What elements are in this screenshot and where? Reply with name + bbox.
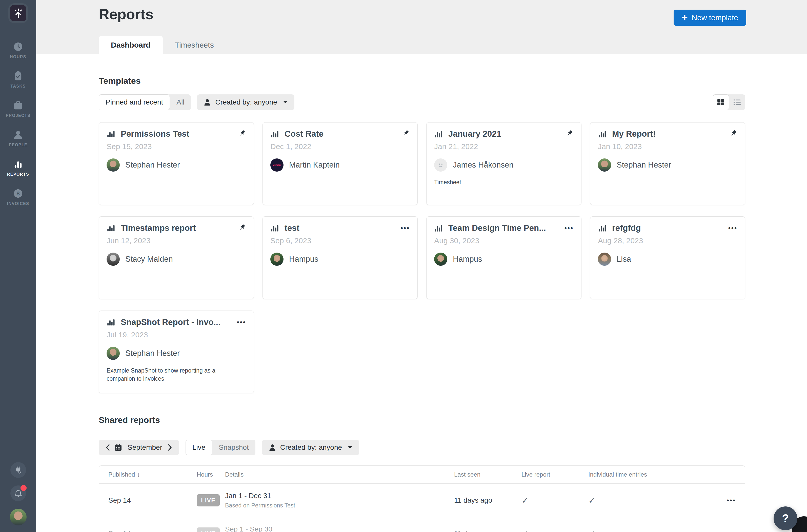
clock-icon	[13, 41, 24, 52]
template-card[interactable]: Timestamps report Jun 12, 2023 Stacy Mal…	[99, 216, 254, 299]
template-card[interactable]: Cost Rate Dec 1, 2022 Memory Martin Kapt…	[263, 122, 418, 205]
details-range: Sep 1 - Sep 30	[225, 525, 445, 532]
created-by-filter[interactable]: Created by: anyone	[262, 440, 359, 455]
card-title: January 2021	[448, 129, 501, 139]
more-options-button[interactable]: •••	[401, 224, 410, 232]
sort-down-icon[interactable]: ↓	[137, 471, 140, 478]
table-row[interactable]: Sep 14 LIVE Jan 1 - Dec 31 Based on Perm…	[99, 484, 745, 517]
user-avatar[interactable]	[10, 509, 26, 526]
next-month-button[interactable]	[168, 444, 172, 451]
col-live-report: Live report	[512, 471, 579, 478]
bar-chart-icon	[107, 318, 116, 327]
author-name: Stephan Hester	[125, 160, 180, 170]
template-card[interactable]: My Report! Jan 10, 2023 Stephan Hester	[590, 122, 745, 205]
person-icon	[13, 129, 24, 140]
live-badge: LIVE	[197, 494, 220, 507]
col-details: Details	[218, 471, 445, 478]
card-date: Aug 30, 2023	[434, 236, 574, 245]
more-options-button[interactable]: •••	[728, 224, 737, 232]
sidebar-item-invoices[interactable]: $ INVOICES	[7, 188, 30, 206]
card-title: SnapShot Report - Invo...	[121, 317, 221, 327]
card-date: Jun 12, 2023	[107, 236, 246, 245]
col-hours: Hours	[189, 471, 218, 478]
list-icon	[734, 99, 741, 105]
bar-chart-icon	[434, 129, 443, 138]
timely-logo[interactable]	[10, 5, 26, 21]
card-title: Timestamps report	[121, 223, 196, 233]
sidebar-divider	[11, 30, 25, 31]
card-title: Cost Rate	[284, 129, 323, 139]
list-view-button[interactable]	[729, 94, 745, 110]
page-title: Reports	[99, 5, 153, 22]
table-row[interactable]: Sep 14 LIVE Sep 1 - Sep 30 11 days ago ✓…	[99, 517, 745, 532]
grid-view-button[interactable]	[713, 94, 729, 110]
integrations-button[interactable]	[11, 462, 26, 478]
pin-icon	[565, 129, 574, 137]
more-options-button[interactable]: •••	[237, 318, 246, 326]
mode-snapshot[interactable]: Snapshot	[212, 440, 255, 455]
template-card[interactable]: refgfdg ••• Aug 28, 2023 Lisa	[590, 216, 745, 299]
template-card[interactable]: SnapShot Report - Invo... ••• Jul 19, 20…	[99, 310, 254, 393]
filter-pinned-and-recent[interactable]: Pinned and recent	[99, 94, 170, 110]
bar-chart-icon	[13, 158, 24, 170]
row-more-button[interactable]: •••	[727, 530, 736, 532]
details-range: Jan 1 - Dec 31	[225, 492, 445, 500]
more-options-button[interactable]: •••	[564, 224, 574, 232]
check-icon: ✓	[522, 529, 529, 532]
avatar	[434, 252, 447, 266]
card-date: Dec 1, 2022	[270, 142, 410, 151]
template-card[interactable]: test ••• Sep 6, 2023 Hampus	[263, 216, 418, 299]
person-icon	[269, 444, 276, 451]
template-card[interactable]: Permissions Test Sep 15, 2023 Stephan He…	[99, 122, 254, 205]
check-icon: ✓	[522, 496, 529, 505]
mode-toggle: Live Snapshot	[186, 440, 256, 455]
notification-dot	[20, 485, 26, 491]
author-name: Martin Kaptein	[289, 160, 340, 170]
dollar-icon: $	[13, 188, 24, 199]
filter-all[interactable]: All	[170, 94, 191, 110]
row-more-button[interactable]: •••	[727, 497, 736, 504]
pin-button[interactable]	[402, 129, 410, 138]
author-name: Hampus	[289, 254, 318, 264]
avatar	[107, 347, 120, 360]
timely-arrow-icon	[13, 7, 24, 19]
tab-dashboard[interactable]: Dashboard	[99, 36, 163, 54]
topbar: Reports Dashboard Timesheets + New templ…	[36, 0, 807, 54]
notifications-button[interactable]	[11, 486, 26, 501]
prev-month-button[interactable]	[106, 444, 110, 451]
author-name: Hampus	[453, 254, 482, 264]
tasks-icon	[13, 70, 24, 82]
sidebar-item-reports[interactable]: REPORTS	[7, 158, 29, 177]
mode-live[interactable]: Live	[186, 440, 212, 455]
created-by-filter[interactable]: Created by: anyone	[197, 94, 294, 110]
sidebar-item-hours[interactable]: HOURS	[10, 41, 26, 59]
new-template-button[interactable]: + New template	[674, 10, 746, 26]
avatar: Memory	[270, 158, 283, 172]
pin-button[interactable]	[729, 129, 737, 138]
sidebar-item-people[interactable]: PEOPLE	[9, 129, 27, 147]
card-date: Sep 6, 2023	[270, 236, 410, 245]
pin-button[interactable]	[565, 129, 574, 138]
author-name: Stacy Malden	[125, 254, 173, 264]
template-card[interactable]: Team Design Time Pen... ••• Aug 30, 2023…	[426, 216, 581, 299]
card-title: My Report!	[612, 129, 656, 139]
templates-filters: Pinned and recent All Created by: anyone	[99, 94, 745, 110]
month-picker: September	[99, 440, 179, 455]
view-toggle	[713, 94, 745, 110]
person-icon	[204, 99, 211, 106]
sidebar-item-tasks[interactable]: TASKS	[11, 70, 25, 89]
tab-timesheets[interactable]: Timesheets	[163, 36, 226, 54]
calendar-icon	[114, 444, 122, 451]
svg-text:$: $	[17, 191, 20, 197]
help-button[interactable]: ?	[774, 507, 797, 530]
card-title: Permissions Test	[121, 129, 189, 139]
templates-filter-toggle: Pinned and recent All	[99, 94, 191, 110]
sidebar-item-projects[interactable]: PROJECTS	[6, 100, 31, 118]
author-name: Stephan Hester	[125, 349, 180, 358]
pin-button[interactable]	[238, 129, 246, 138]
template-card[interactable]: January 2021 Jan 21, 2022 James Håkonsen…	[426, 122, 581, 205]
pin-button[interactable]	[238, 224, 246, 233]
plug-icon	[14, 465, 23, 475]
card-title: test	[284, 223, 299, 233]
last-seen-cell: 11 days ago	[445, 496, 512, 505]
